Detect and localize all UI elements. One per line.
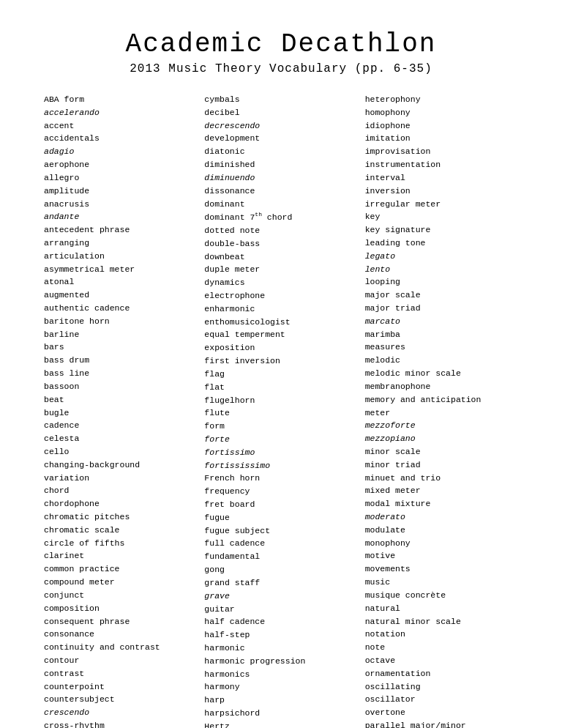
list-item: notation: [365, 628, 518, 641]
list-item: half cadence: [204, 615, 357, 628]
list-item: parallel major/minor: [365, 719, 518, 728]
list-item: major scale: [365, 289, 518, 302]
list-item: oscillating: [365, 680, 518, 694]
column-2: cymbalsdecibeldecrescendodevelopmentdiat…: [204, 93, 364, 728]
list-item: counterpoint: [44, 680, 197, 694]
list-item: adagio: [44, 145, 197, 158]
list-item: accent: [44, 119, 197, 133]
list-item: celesta: [44, 432, 197, 445]
list-item: movements: [365, 562, 518, 576]
list-item: bars: [44, 341, 197, 354]
list-item: improvisation: [365, 145, 518, 158]
list-item: harp: [204, 694, 357, 707]
list-item: dominant 7th chord: [204, 210, 357, 224]
list-item: contrast: [44, 667, 197, 680]
list-item: irregular meter: [365, 198, 518, 211]
list-item: fundamental: [204, 550, 357, 563]
list-item: crescendo: [44, 706, 197, 719]
list-item: looping: [365, 275, 518, 289]
list-item: variation: [44, 472, 197, 485]
list-item: motive: [365, 549, 518, 562]
list-item: major triad: [365, 302, 518, 315]
list-item: cello: [44, 445, 197, 458]
list-item: modulate: [365, 524, 518, 537]
list-item: grand staff: [204, 576, 357, 590]
list-item: music: [365, 576, 518, 589]
list-item: interval: [365, 171, 518, 185]
list-item: clarinet: [44, 549, 197, 562]
list-item: diminished: [204, 158, 357, 171]
list-item: heterophony: [365, 93, 518, 106]
list-item: modal mixture: [365, 497, 518, 510]
list-item: minor scale: [365, 445, 518, 458]
list-item: chordophone: [44, 497, 197, 510]
list-item: cymbals: [204, 93, 357, 106]
list-item: guitar: [204, 603, 357, 616]
list-item: ornamentation: [365, 667, 518, 680]
list-item: fugue: [204, 511, 357, 524]
list-item: mixed meter: [365, 484, 518, 497]
list-item: bassoon: [44, 380, 197, 393]
list-item: flat: [204, 381, 357, 394]
list-item: augmented: [44, 289, 197, 302]
list-item: minor triad: [365, 458, 518, 472]
list-item: bass drum: [44, 354, 197, 367]
list-item: development: [204, 132, 357, 145]
list-item: fret board: [204, 498, 357, 511]
list-item: exposition: [204, 341, 357, 354]
list-item: compound meter: [44, 576, 197, 589]
list-item: frequency: [204, 485, 357, 498]
list-item: musique concrète: [365, 589, 518, 602]
list-item: French horn: [204, 472, 357, 485]
list-item: arranging: [44, 237, 197, 250]
list-item: downbeat: [204, 250, 357, 264]
list-item: dominant: [204, 198, 357, 211]
list-item: first inversion: [204, 354, 357, 368]
list-item: chromatic pitches: [44, 510, 197, 524]
list-item: dissonance: [204, 185, 357, 198]
list-item: ABA form: [44, 93, 197, 106]
list-item: harmony: [204, 680, 357, 694]
list-item: accidentals: [44, 132, 197, 145]
list-item: legato: [365, 250, 518, 263]
list-item: beat: [44, 393, 197, 406]
list-item: lento: [365, 263, 518, 276]
list-item: membranophone: [365, 380, 518, 393]
page-subtitle: 2013 Music Theory Vocabulary (pp. 6-35): [44, 62, 518, 75]
list-item: consequent phrase: [44, 615, 197, 628]
list-item: natural minor scale: [365, 615, 518, 628]
list-item: consonance: [44, 628, 197, 641]
list-item: moderato: [365, 510, 518, 524]
list-item: dynamics: [204, 276, 357, 289]
page-title: Academic Decathlon: [44, 29, 518, 59]
list-item: monophony: [365, 537, 518, 550]
list-item: anacrusis: [44, 198, 197, 211]
list-item: chord: [44, 484, 197, 497]
column-3: heterophonyhomophonyidiophoneimitationim…: [365, 93, 518, 728]
list-item: imitation: [365, 132, 518, 145]
list-item: flute: [204, 406, 357, 420]
list-item: Hertz: [204, 720, 357, 728]
list-item: measures: [365, 341, 518, 354]
list-item: bass line: [44, 367, 197, 380]
list-item: bugle: [44, 406, 197, 420]
list-item: note: [365, 641, 518, 654]
list-item: composition: [44, 602, 197, 615]
list-item: decrescendo: [204, 119, 357, 133]
list-item: mezzoforte: [365, 419, 518, 432]
list-item: natural: [365, 602, 518, 615]
page-header: Academic Decathlon 2013 Music Theory Voc…: [44, 29, 518, 75]
list-item: andante: [44, 210, 197, 223]
list-item: overtone: [365, 706, 518, 719]
list-item: fortissimo: [204, 446, 357, 459]
list-item: fugue subject: [204, 524, 357, 538]
list-item: harpsichord: [204, 707, 357, 720]
list-item: oscillator: [365, 693, 518, 706]
list-item: homophony: [365, 106, 518, 119]
list-item: chromatic scale: [44, 524, 197, 537]
list-item: key: [365, 210, 518, 223]
list-item: inversion: [365, 185, 518, 198]
list-item: mezzopiano: [365, 432, 518, 445]
list-item: marcato: [365, 315, 518, 328]
list-item: amplitude: [44, 185, 197, 198]
